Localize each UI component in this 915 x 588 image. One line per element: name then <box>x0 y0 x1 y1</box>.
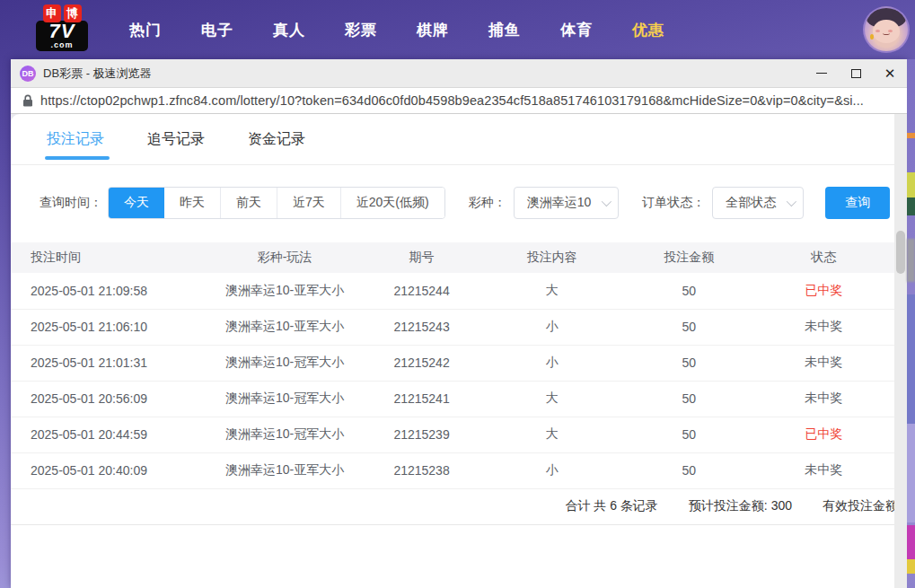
window-title: DB彩票 - 极速浏览器 <box>43 66 805 82</box>
game-play: 澳洲幸运10-冠军大小 <box>205 417 364 452</box>
edge-fragment <box>907 239 915 282</box>
time-option-7days[interactable]: 近7天 <box>277 188 340 218</box>
game-play: 澳洲幸运10-冠军大小 <box>205 381 364 417</box>
nav-item-fishing[interactable]: 捕鱼 <box>488 20 521 40</box>
bet-content: 大 <box>479 273 624 309</box>
bet-time: 2025-05-01 20:44:59 <box>11 417 205 452</box>
table-row: 2025-05-01 21:09:58 澳洲幸运10-亚军大小 21215244… <box>11 273 894 309</box>
bet-amount: 50 <box>625 345 753 381</box>
edge-fragment <box>907 424 915 522</box>
chevron-down-icon <box>602 197 611 206</box>
bet-status: 已中奖 <box>753 273 894 309</box>
lottery-filter-label: 彩种： <box>469 195 506 211</box>
tab-fund-records[interactable]: 资金记录 <box>248 114 305 164</box>
issue-number: 21215244 <box>365 273 479 309</box>
issue-number: 21215238 <box>365 452 479 488</box>
issue-number: 21215242 <box>365 345 479 381</box>
avatar-hair-bun <box>893 8 904 18</box>
lottery-select[interactable]: 澳洲幸运10 <box>514 187 620 219</box>
page-scrollbar[interactable] <box>894 114 907 588</box>
table-row: 2025-05-01 20:40:09 澳洲幸运10-亚军大小 21215238… <box>11 452 894 488</box>
minimize-button[interactable] <box>805 59 839 87</box>
issue-number: 21215239 <box>365 417 479 452</box>
header-issue: 期号 <box>365 242 479 273</box>
nav-item-slots[interactable]: 电子 <box>201 20 233 40</box>
bet-time: 2025-05-01 21:06:10 <box>11 309 205 345</box>
game-play: 澳洲幸运10-亚军大小 <box>205 273 364 309</box>
chevron-down-icon <box>787 197 796 206</box>
lottery-select-value: 澳洲幸运10 <box>527 195 592 211</box>
maximize-icon <box>851 69 861 78</box>
browser-window: DB DB彩票 - 极速浏览器 ✕ https://ctop02pchwp1.z… <box>11 59 907 588</box>
edge-fragment <box>907 559 915 574</box>
order-status-value: 全部状态 <box>726 195 776 211</box>
bet-status: 未中奖 <box>753 309 894 345</box>
avatar-smile <box>883 31 890 35</box>
minimize-icon <box>816 73 827 74</box>
table-row: 2025-05-01 21:01:31 澳洲幸运10-冠军大小 21215242… <box>11 345 894 381</box>
logo-suffix-text: .com <box>36 41 88 49</box>
bet-status: 未中奖 <box>753 381 894 417</box>
avatar-blush <box>875 30 880 32</box>
table-row: 2025-05-01 20:44:59 澳洲幸运10-冠军大小 21215239… <box>11 417 894 452</box>
issue-number: 21215241 <box>365 381 479 417</box>
logo-wordmark: 7V .com <box>36 21 88 51</box>
user-avatar[interactable] <box>863 6 910 53</box>
scrollbar-thumb[interactable] <box>896 231 905 274</box>
close-button[interactable]: ✕ <box>873 59 907 87</box>
page-content: 投注记录 追号记录 资金记录 查询时间： 今天 昨天 前天 近7天 近20天(低… <box>11 114 907 588</box>
records-card: 投注记录 追号记录 资金记录 查询时间： 今天 昨天 前天 近7天 近20天(低… <box>11 114 907 588</box>
nav-item-live[interactable]: 真人 <box>273 20 305 40</box>
table-row: 2025-05-01 21:06:10 澳洲幸运10-亚军大小 21215243… <box>11 309 894 345</box>
logo-badge-left: 申 <box>43 4 61 22</box>
status-filter-label: 订单状态： <box>642 195 705 211</box>
site-nav-menu: 热门 电子 真人 彩票 棋牌 捕鱼 体育 优惠 <box>129 20 664 40</box>
bet-time: 2025-05-01 20:40:09 <box>11 452 205 488</box>
bet-status: 已中奖 <box>753 417 894 452</box>
table-row: 2025-05-01 20:56:09 澳洲幸运10-冠军大小 21215241… <box>11 381 894 417</box>
lock-icon <box>22 94 33 107</box>
tab-bet-records[interactable]: 投注记录 <box>47 114 104 164</box>
time-range-group: 今天 昨天 前天 近7天 近20天(低频) <box>108 187 445 219</box>
site-logo[interactable]: 申 博 7V .com <box>34 4 90 55</box>
bet-amount: 50 <box>625 273 753 309</box>
time-option-20days[interactable]: 近20天(低频) <box>340 188 444 218</box>
summary-valid-amount: 有效投注金额 <box>823 498 894 514</box>
time-option-yesterday[interactable]: 昨天 <box>164 188 220 218</box>
maximize-button[interactable] <box>839 59 873 87</box>
bet-content: 大 <box>479 381 624 417</box>
time-option-daybefore[interactable]: 前天 <box>220 188 277 218</box>
nav-item-lottery[interactable]: 彩票 <box>345 20 377 40</box>
nav-item-promo[interactable]: 优惠 <box>632 20 664 40</box>
logo-main-text: 7V <box>36 22 88 41</box>
header-game-play: 彩种-玩法 <box>205 242 364 273</box>
tab-chase-records[interactable]: 追号记录 <box>147 114 205 164</box>
time-option-today[interactable]: 今天 <box>109 188 164 218</box>
background-page-edge <box>907 59 915 588</box>
issue-number: 21215243 <box>365 309 479 345</box>
nav-item-hot[interactable]: 热门 <box>129 20 162 40</box>
header-bet-content: 投注内容 <box>479 242 624 273</box>
bet-content: 小 <box>479 452 624 488</box>
summary-total: 合计 共 6 条记录 <box>565 498 657 514</box>
query-button[interactable]: 查询 <box>825 187 890 219</box>
bet-status: 未中奖 <box>753 345 894 381</box>
address-bar[interactable]: https://ctop02pchwp1.zfnc84.com/lottery/… <box>11 88 907 114</box>
order-status-select[interactable]: 全部状态 <box>712 187 804 219</box>
table-header-row: 投注时间 彩种-玩法 期号 投注内容 投注金额 状态 <box>11 242 894 273</box>
record-tabs: 投注记录 追号记录 资金记录 <box>11 114 894 165</box>
window-titlebar[interactable]: DB DB彩票 - 极速浏览器 ✕ <box>11 59 907 88</box>
bet-records-table: 投注时间 彩种-玩法 期号 投注内容 投注金额 状态 2025-05-01 21… <box>11 242 894 489</box>
summary-expected-amount: 预计投注金额: 300 <box>689 498 792 514</box>
logo-badge-right: 博 <box>64 4 82 22</box>
nav-item-sports[interactable]: 体育 <box>560 20 593 40</box>
header-status: 状态 <box>753 242 894 273</box>
bet-time: 2025-05-01 21:01:31 <box>11 345 205 381</box>
edge-fragment <box>907 197 915 215</box>
game-play: 澳洲幸运10-亚军大小 <box>205 452 364 488</box>
bet-amount: 50 <box>625 381 753 417</box>
time-filter-label: 查询时间： <box>40 195 102 211</box>
nav-item-chess[interactable]: 棋牌 <box>417 20 449 40</box>
bet-amount: 50 <box>625 309 753 345</box>
avatar-earring <box>870 34 874 39</box>
